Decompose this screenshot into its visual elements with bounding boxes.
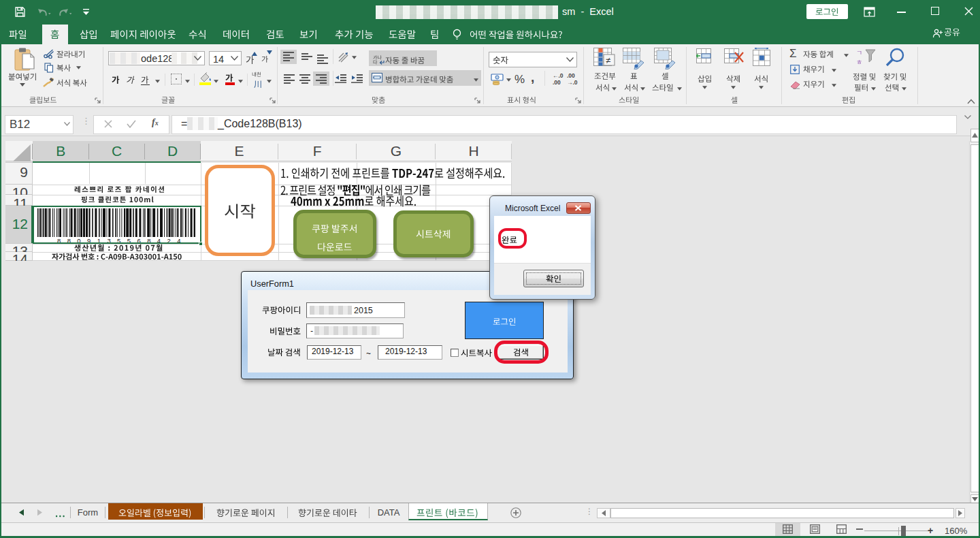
svg-text:≠: ≠: [606, 55, 610, 65]
